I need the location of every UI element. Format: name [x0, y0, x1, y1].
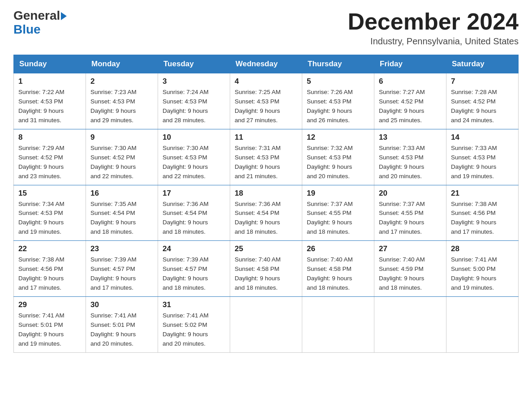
day-info: Sunrise: 7:29 AMSunset: 4:52 PMDaylight:… — [18, 144, 81, 181]
day-of-week-header: Friday — [374, 55, 446, 73]
day-number: 10 — [163, 133, 225, 142]
day-of-week-header: Saturday — [446, 55, 519, 73]
day-number: 28 — [451, 244, 514, 253]
calendar-week-row: 22Sunrise: 7:38 AMSunset: 4:56 PMDayligh… — [14, 241, 519, 297]
logo-blue-text: Blue — [13, 22, 41, 36]
calendar-cell: 6Sunrise: 7:27 AMSunset: 4:52 PMDaylight… — [374, 73, 446, 129]
day-info: Sunrise: 7:30 AMSunset: 4:53 PMDaylight:… — [163, 144, 225, 181]
calendar-cell: 5Sunrise: 7:26 AMSunset: 4:53 PMDaylight… — [302, 73, 374, 129]
calendar-cell: 30Sunrise: 7:41 AMSunset: 5:01 PMDayligh… — [86, 296, 158, 352]
logo-arrow-icon — [61, 12, 67, 20]
calendar-cell: 31Sunrise: 7:41 AMSunset: 5:02 PMDayligh… — [158, 296, 230, 352]
calendar-cell: 21Sunrise: 7:38 AMSunset: 4:56 PMDayligh… — [446, 185, 519, 241]
calendar-cell — [374, 296, 446, 352]
calendar-cell — [446, 296, 519, 352]
calendar-cell — [230, 296, 302, 352]
day-info: Sunrise: 7:23 AMSunset: 4:53 PMDaylight:… — [90, 88, 153, 125]
calendar-cell: 1Sunrise: 7:22 AMSunset: 4:53 PMDaylight… — [14, 73, 86, 129]
day-number: 24 — [163, 244, 225, 253]
calendar-location: Industry, Pennsylvania, United States — [348, 36, 519, 47]
day-number: 18 — [235, 189, 297, 198]
calendar-cell: 4Sunrise: 7:25 AMSunset: 4:53 PMDaylight… — [230, 73, 302, 129]
day-info: Sunrise: 7:40 AMSunset: 4:59 PMDaylight:… — [379, 255, 442, 293]
day-info: Sunrise: 7:41 AMSunset: 5:01 PMDaylight:… — [90, 311, 153, 349]
day-info: Sunrise: 7:39 AMSunset: 4:57 PMDaylight:… — [90, 255, 153, 293]
day-number: 4 — [235, 77, 297, 86]
day-number: 22 — [18, 244, 81, 253]
day-info: Sunrise: 7:31 AMSunset: 4:53 PMDaylight:… — [235, 144, 297, 181]
day-info: Sunrise: 7:28 AMSunset: 4:52 PMDaylight:… — [451, 88, 514, 125]
day-number: 27 — [379, 244, 442, 253]
day-of-week-header: Thursday — [302, 55, 374, 73]
day-number: 20 — [379, 189, 442, 198]
day-number: 26 — [307, 244, 369, 253]
day-info: Sunrise: 7:37 AMSunset: 4:55 PMDaylight:… — [379, 200, 442, 237]
day-number: 13 — [379, 133, 442, 142]
calendar-table: SundayMondayTuesdayWednesdayThursdayFrid… — [13, 55, 519, 352]
day-number: 31 — [163, 300, 225, 309]
calendar-cell: 13Sunrise: 7:33 AMSunset: 4:53 PMDayligh… — [374, 129, 446, 185]
day-info: Sunrise: 7:40 AMSunset: 4:58 PMDaylight:… — [307, 255, 369, 293]
calendar-cell: 24Sunrise: 7:39 AMSunset: 4:57 PMDayligh… — [158, 241, 230, 297]
day-info: Sunrise: 7:36 AMSunset: 4:54 PMDaylight:… — [163, 200, 225, 237]
calendar-cell — [302, 296, 374, 352]
calendar-week-row: 1Sunrise: 7:22 AMSunset: 4:53 PMDaylight… — [14, 73, 519, 129]
day-number: 16 — [90, 189, 153, 198]
calendar-cell: 14Sunrise: 7:33 AMSunset: 4:53 PMDayligh… — [446, 129, 519, 185]
day-number: 9 — [90, 133, 153, 142]
day-number: 11 — [235, 133, 297, 142]
day-of-week-header: Tuesday — [158, 55, 230, 73]
day-number: 17 — [163, 189, 225, 198]
calendar-cell: 9Sunrise: 7:30 AMSunset: 4:52 PMDaylight… — [86, 129, 158, 185]
page-header: General Blue December 2024 Industry, Pen… — [13, 9, 519, 47]
day-info: Sunrise: 7:33 AMSunset: 4:53 PMDaylight:… — [379, 144, 442, 181]
day-of-week-header: Monday — [86, 55, 158, 73]
day-info: Sunrise: 7:27 AMSunset: 4:52 PMDaylight:… — [379, 88, 442, 125]
day-number: 1 — [18, 77, 81, 86]
calendar-cell: 16Sunrise: 7:35 AMSunset: 4:54 PMDayligh… — [86, 185, 158, 241]
day-number: 30 — [90, 300, 153, 309]
calendar-cell: 15Sunrise: 7:34 AMSunset: 4:53 PMDayligh… — [14, 185, 86, 241]
calendar-cell: 23Sunrise: 7:39 AMSunset: 4:57 PMDayligh… — [86, 241, 158, 297]
day-info: Sunrise: 7:25 AMSunset: 4:53 PMDaylight:… — [235, 88, 297, 125]
calendar-cell: 12Sunrise: 7:32 AMSunset: 4:53 PMDayligh… — [302, 129, 374, 185]
calendar-cell: 8Sunrise: 7:29 AMSunset: 4:52 PMDaylight… — [14, 129, 86, 185]
day-number: 23 — [90, 244, 153, 253]
day-number: 21 — [451, 189, 514, 198]
day-number: 19 — [307, 189, 369, 198]
day-number: 29 — [18, 300, 81, 309]
day-info: Sunrise: 7:26 AMSunset: 4:53 PMDaylight:… — [307, 88, 369, 125]
calendar-week-row: 29Sunrise: 7:41 AMSunset: 5:01 PMDayligh… — [14, 296, 519, 352]
calendar-cell: 22Sunrise: 7:38 AMSunset: 4:56 PMDayligh… — [14, 241, 86, 297]
calendar-body: 1Sunrise: 7:22 AMSunset: 4:53 PMDaylight… — [14, 73, 519, 352]
day-number: 14 — [451, 133, 514, 142]
calendar-cell: 29Sunrise: 7:41 AMSunset: 5:01 PMDayligh… — [14, 296, 86, 352]
day-info: Sunrise: 7:40 AMSunset: 4:58 PMDaylight:… — [235, 255, 297, 293]
calendar-header: SundayMondayTuesdayWednesdayThursdayFrid… — [14, 55, 519, 73]
day-number: 7 — [451, 77, 514, 86]
day-info: Sunrise: 7:36 AMSunset: 4:54 PMDaylight:… — [235, 200, 297, 237]
calendar-week-row: 8Sunrise: 7:29 AMSunset: 4:52 PMDaylight… — [14, 129, 519, 185]
day-info: Sunrise: 7:33 AMSunset: 4:53 PMDaylight:… — [451, 144, 514, 181]
day-info: Sunrise: 7:41 AMSunset: 5:01 PMDaylight:… — [18, 311, 81, 349]
day-number: 12 — [307, 133, 369, 142]
day-number: 15 — [18, 189, 81, 198]
calendar-cell: 26Sunrise: 7:40 AMSunset: 4:58 PMDayligh… — [302, 241, 374, 297]
day-number: 2 — [90, 77, 153, 86]
day-info: Sunrise: 7:41 AMSunset: 5:00 PMDaylight:… — [451, 255, 514, 293]
calendar-cell: 7Sunrise: 7:28 AMSunset: 4:52 PMDaylight… — [446, 73, 519, 129]
calendar-cell: 3Sunrise: 7:24 AMSunset: 4:53 PMDaylight… — [158, 73, 230, 129]
day-info: Sunrise: 7:24 AMSunset: 4:53 PMDaylight:… — [163, 88, 225, 125]
day-info: Sunrise: 7:34 AMSunset: 4:53 PMDaylight:… — [18, 200, 81, 237]
calendar-cell: 10Sunrise: 7:30 AMSunset: 4:53 PMDayligh… — [158, 129, 230, 185]
calendar-cell: 20Sunrise: 7:37 AMSunset: 4:55 PMDayligh… — [374, 185, 446, 241]
day-of-week-header: Wednesday — [230, 55, 302, 73]
day-number: 5 — [307, 77, 369, 86]
calendar-cell: 25Sunrise: 7:40 AMSunset: 4:58 PMDayligh… — [230, 241, 302, 297]
day-of-week-header: Sunday — [14, 55, 86, 73]
day-number: 8 — [18, 133, 81, 142]
logo: General Blue — [13, 9, 67, 37]
day-info: Sunrise: 7:30 AMSunset: 4:52 PMDaylight:… — [90, 144, 153, 181]
day-info: Sunrise: 7:38 AMSunset: 4:56 PMDaylight:… — [18, 255, 81, 293]
day-info: Sunrise: 7:22 AMSunset: 4:53 PMDaylight:… — [18, 88, 81, 125]
